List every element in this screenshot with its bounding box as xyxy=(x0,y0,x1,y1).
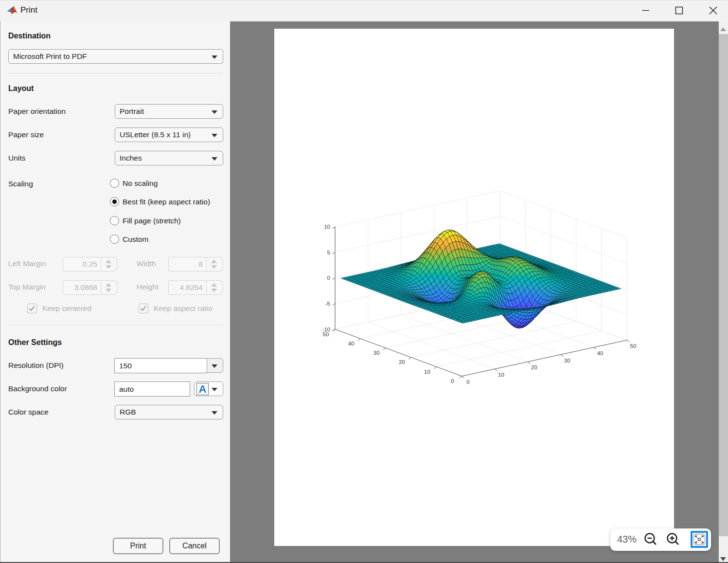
svg-text:5: 5 xyxy=(327,250,330,255)
svg-text:40: 40 xyxy=(597,350,604,356)
svg-text:0: 0 xyxy=(327,275,330,281)
svg-text:40: 40 xyxy=(348,341,355,346)
svg-text:0: 0 xyxy=(466,379,469,385)
svg-text:30: 30 xyxy=(564,358,570,363)
svg-text:-5: -5 xyxy=(325,301,330,307)
svg-text:10: 10 xyxy=(424,369,430,375)
svg-text:20: 20 xyxy=(399,359,405,365)
svg-text:50: 50 xyxy=(630,343,637,349)
svg-text:10: 10 xyxy=(498,372,504,378)
svg-text:20: 20 xyxy=(531,364,537,370)
svg-text:30: 30 xyxy=(373,350,380,356)
svg-text:0: 0 xyxy=(451,378,454,384)
svg-text:50: 50 xyxy=(323,331,329,337)
svg-text:10: 10 xyxy=(324,224,330,230)
